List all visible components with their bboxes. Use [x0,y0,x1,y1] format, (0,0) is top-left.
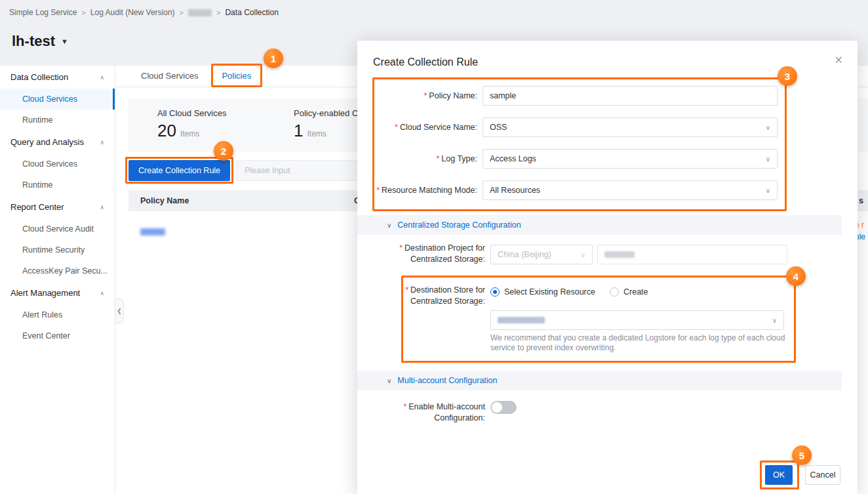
sidebar-collapse-button[interactable]: ❮ [115,298,124,323]
caret-up-icon: ∧ [100,204,104,211]
chevron-down-icon: ∨ [772,317,777,324]
required-marker: * [399,243,403,253]
cancel-button[interactable]: Cancel [805,465,840,485]
collapse-icon: ❮ [117,308,122,314]
sidebar-item-label: Cloud Services [22,159,77,169]
policy-name-input[interactable] [483,86,778,106]
sidebar-group-alert-management[interactable]: Alert Management ∧ [0,281,115,304]
stat-all-cloud-services: All Cloud Services 20Items [157,108,227,141]
sidebar-item-cloud-services[interactable]: Cloud Services [0,89,115,110]
close-icon[interactable]: ✕ [835,54,843,66]
chevron-down-icon: ∨ [766,155,770,163]
dialog-title: Create Collection Rule [373,56,478,68]
multi-account-toggle[interactable] [490,401,517,414]
section-multi-account[interactable]: ∨ Multi-account Configuration [357,371,842,390]
caret-down-icon: ▼ [61,37,68,45]
toggle-knob [492,402,502,413]
stat-unit: Items [307,129,326,138]
step-badge-5: 5 [792,445,812,465]
radio-select-existing-resource[interactable]: Select Existing Resource [490,287,595,297]
chevron-down-icon: ∨ [766,187,770,194]
caret-up-icon: ∧ [100,74,104,81]
required-marker: * [395,123,398,132]
sidebar-item-runtime-query[interactable]: Runtime [0,175,115,196]
breadcrumb: Simple Log Service > Log Audit (New Vers… [9,0,279,25]
required-marker: * [405,285,408,295]
sidebar-item-label: Runtime Security [22,245,85,255]
sidebar-item-runtime[interactable]: Runtime [0,110,115,131]
sidebar-item-label: Runtime [22,115,53,125]
enable-multi-account-label: *Enable Multi-account Configuration: [357,401,485,424]
radio-label: Create [623,287,648,297]
sidebar-group-label: Query and Analysis [10,137,84,147]
select-value: OSS [490,123,507,132]
breadcrumb-item[interactable]: Simple Log Service [9,8,77,17]
dest-store-help-text: We recommend that you create a dedicated… [490,333,787,353]
field-label: Destination Store for [410,285,485,295]
redacted-text [498,317,545,323]
breadcrumb-separator-icon: > [216,9,220,16]
sidebar-group-query-and-analysis[interactable]: Query and Analysis ∧ [0,131,115,154]
cloud-service-name-label: *Cloud Service Name: [357,123,477,132]
tab-cloud-services[interactable]: Cloud Services [141,66,198,87]
log-type-label: *Log Type: [357,154,477,163]
breadcrumb-separator-icon: > [180,9,184,16]
radio-checked-icon [490,287,500,297]
ok-button[interactable]: OK [765,465,793,485]
field-label: Enable Multi-account [408,402,485,411]
field-label: Cloud Service Name: [400,123,477,132]
caret-up-icon: ∧ [100,139,104,146]
required-marker: * [436,154,439,163]
sidebar-item-label: Event Center [22,331,70,340]
chevron-down-icon: ∨ [581,251,585,258]
radio-unchecked-icon [610,287,619,297]
radio-create[interactable]: Create [610,287,648,297]
log-type-select[interactable]: Access Logs ∨ [483,149,778,169]
required-marker: * [424,91,427,100]
sidebar-item-label: AccessKey Pair Secu... [22,266,108,276]
tab-policies[interactable]: Policies [222,66,251,87]
dest-store-select[interactable]: ∨ [490,310,784,330]
section-title: Centralized Storage Configuration [397,220,521,230]
step-badge-3: 3 [778,66,797,86]
policy-name-label: *Policy Name: [357,91,477,100]
stat-value: 1 [294,121,303,140]
dest-store-label: *Destination Store for Centralized Stora… [357,285,485,307]
sidebar-group-data-collection[interactable]: Data Collection ∧ [0,66,115,89]
sidebar-item-label: Cloud Services [22,94,77,104]
section-centralized-storage[interactable]: ∨ Centralized Storage Configuration [357,215,842,235]
region-select[interactable]: China (Beijing) ∨ [490,245,593,264]
sidebar-item-label: Runtime [22,180,53,190]
chevron-down-icon: ∨ [387,377,391,384]
sidebar-group-label: Alert Management [10,288,80,298]
page-title[interactable]: lh-test ▼ [12,33,68,50]
stat-policy-enabled: Policy-enabled C 1Items [294,108,358,141]
sidebar: Data Collection ∧ Cloud Services Runtime… [0,66,115,494]
sidebar-item-accesskey-pair-security[interactable]: AccessKey Pair Secu... [0,260,115,281]
redacted-text [604,251,635,258]
sidebar-item-runtime-security[interactable]: Runtime Security [0,239,115,260]
table-row-redacted-value[interactable] [140,228,165,236]
sidebar-item-cloud-service-audit[interactable]: Cloud Service Audit [0,218,115,239]
sidebar-group-label: Report Center [10,202,64,212]
column-header-policy-name: Policy Name [140,190,189,211]
sidebar-item-cloud-services-query[interactable]: Cloud Services [0,154,115,175]
select-value: Access Logs [490,154,536,163]
column-header-right-fragment: s [859,190,863,211]
sidebar-item-event-center[interactable]: Event Center [0,325,115,346]
breadcrumb-separator-icon: > [81,9,85,16]
chevron-down-icon: ∨ [766,124,770,131]
breadcrumb-item[interactable]: Log Audit (New Version) [90,8,175,17]
required-marker: * [376,186,380,195]
sidebar-item-label: Cloud Service Audit [22,224,94,234]
select-value: All Resources [490,186,540,195]
section-title: Multi-account Configuration [397,376,497,385]
cloud-service-name-select[interactable]: OSS ∨ [483,117,778,137]
create-collection-rule-button[interactable]: Create Collection Rule [128,160,230,181]
dest-project-label: *Destination Project for Centralized Sto… [357,243,485,265]
sidebar-group-report-center[interactable]: Report Center ∧ [0,196,115,218]
chevron-down-icon: ∨ [387,222,391,229]
dest-project-input[interactable] [597,245,787,264]
sidebar-item-alert-rules[interactable]: Alert Rules [0,304,115,325]
resource-matching-mode-select[interactable]: All Resources ∨ [483,180,778,200]
